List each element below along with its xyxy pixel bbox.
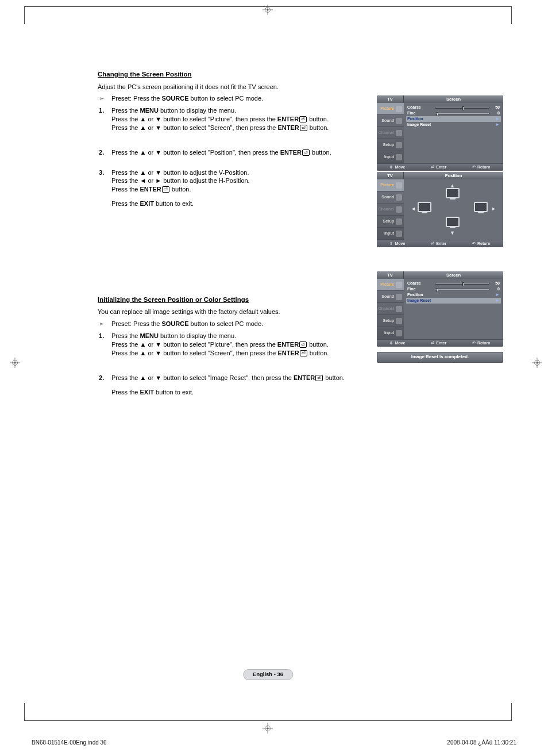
tab-setup[interactable]: Setup (377, 139, 404, 151)
enter-icon: ⏎ (299, 116, 307, 122)
footer-move: Move (389, 340, 405, 346)
osd-tv-label: TV (377, 271, 404, 279)
arrow-down-icon: ▼ (450, 229, 455, 236)
enter-icon: ⏎ (302, 149, 310, 156)
main-content: Changing the Screen Position Adjust the … (98, 70, 503, 408)
osd-title: Position (404, 172, 503, 179)
indd-filename: BN68-01514E-00Eng.indd 36 (32, 739, 107, 747)
enter-icon: ⏎ (300, 350, 307, 356)
tv-top-icon (446, 188, 460, 198)
position-grid[interactable]: ▲ ◄ ► ▼ (407, 181, 500, 236)
registration-mark-icon (263, 723, 273, 734)
tv-right-icon (474, 202, 488, 212)
step: Press the ▲ or ▼ button to select "Image… (111, 374, 387, 397)
print-metadata: BN68-01514E-00Eng.indd 36 2008-04-08 ¿ÀÀ… (32, 739, 516, 747)
osd-tabs: Picture Sound Channel Setup Input (377, 103, 404, 163)
tab-setup[interactable]: Setup (377, 216, 404, 228)
enter-icon: ⏎ (299, 341, 307, 348)
footer-enter: Enter (431, 164, 446, 170)
tab-channel[interactable]: Channel (377, 127, 404, 139)
row-image-reset[interactable]: Image Reset► (406, 298, 501, 304)
arrow-right-icon: ► (491, 205, 496, 212)
row-coarse[interactable]: Coarse50 (407, 105, 500, 110)
tab-sound[interactable]: Sound (377, 291, 404, 303)
tab-input[interactable]: Input (377, 151, 404, 163)
osd-position-menu: TV Position Picture Sound Channel Setup … (377, 172, 503, 247)
osd-title: Screen (404, 95, 503, 103)
tab-sound[interactable]: Sound (377, 191, 404, 204)
tab-setup[interactable]: Setup (377, 315, 404, 327)
tab-channel[interactable]: Channel (377, 303, 404, 315)
page-frame: Changing the Screen Position Adjust the … (24, 6, 512, 721)
tab-sound[interactable]: Sound (377, 115, 404, 127)
enter-icon: ⏎ (315, 375, 323, 381)
registration-mark-icon (532, 358, 542, 368)
footer-return: Return (472, 241, 491, 246)
section-heading: Changing the Screen Position (98, 70, 503, 79)
row-position[interactable]: Position► (406, 116, 501, 122)
row-fine[interactable]: Fine0 (407, 286, 500, 292)
footer-move: Move (389, 164, 405, 170)
row-coarse[interactable]: Coarse50 (407, 281, 500, 286)
tab-picture[interactable]: Picture (377, 279, 404, 291)
tab-input[interactable]: Input (377, 228, 404, 240)
step: Press the MENU button to display the men… (111, 332, 370, 358)
tab-channel[interactable]: Channel (377, 204, 404, 216)
footer-return: Return (472, 164, 491, 170)
footer-enter: Enter (431, 241, 446, 246)
enter-icon: ⏎ (300, 125, 307, 131)
footer-return: Return (472, 340, 491, 346)
enter-icon: ⏎ (162, 186, 169, 193)
row-position[interactable]: Position► (407, 292, 500, 298)
osd-tv-label: TV (377, 172, 404, 179)
osd-tv-label: TV (377, 95, 404, 103)
tab-picture[interactable]: Picture (377, 103, 404, 115)
page-number: English - 36 (243, 669, 293, 680)
row-image-reset[interactable]: Image Reset► (407, 122, 500, 128)
osd-message-bar: Image Reset is completed. (377, 352, 503, 363)
tv-bottom-icon (446, 217, 460, 227)
registration-mark-icon (10, 358, 20, 368)
tv-left-icon (418, 202, 431, 212)
row-fine[interactable]: Fine0 (407, 110, 500, 116)
step: Press the ▲ or ▼ button to adjust the V-… (111, 168, 370, 208)
step: Press the MENU button to display the men… (111, 106, 370, 132)
arrow-left-icon: ◄ (411, 205, 416, 212)
tab-picture[interactable]: Picture (377, 179, 404, 191)
osd-screen-menu: TV Screen Picture Sound Channel Setup In… (377, 95, 503, 171)
osd-screen-menu-reset: TV Screen Picture Sound Channel Setup In… (377, 271, 503, 347)
osd-title: Screen (404, 271, 503, 279)
timestamp: 2008-04-08 ¿ÀÀü 11:30:21 (447, 739, 516, 747)
footer-move: Move (389, 241, 405, 246)
footer-enter: Enter (431, 340, 446, 346)
step: Press the ▲ or ▼ button to select "Posit… (111, 148, 370, 157)
intro-text: Adjust the PC's screen positioning if it… (98, 83, 503, 91)
tab-input[interactable]: Input (377, 327, 404, 339)
